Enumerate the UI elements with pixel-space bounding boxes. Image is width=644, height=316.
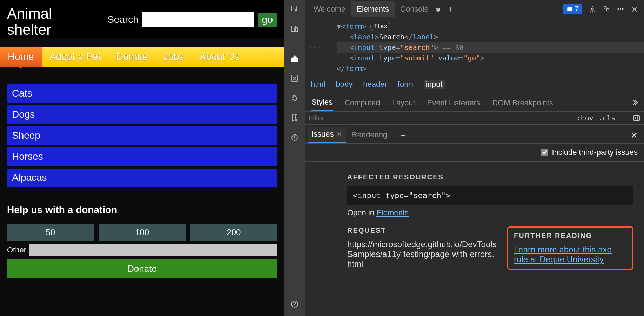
hover-toggle[interactable]: :hov [577,114,593,122]
device-icon[interactable] [290,24,300,34]
crumb-body[interactable]: body [336,80,353,89]
svg-point-13 [618,8,619,9]
affected-code: <input type="search"> [347,186,633,205]
new-style-icon[interactable] [620,114,628,122]
animal-horses[interactable]: Horses [7,147,277,166]
donation-heading: Help us with a donation [7,204,277,216]
feedback-icon[interactable] [603,5,610,13]
donate-button[interactable]: Donate [7,259,277,278]
nav-home[interactable]: Home [0,47,42,67]
donate-100-button[interactable]: 100 [99,224,185,241]
tab-welcome[interactable]: Welcome [308,1,351,17]
further-reading-link[interactable]: Learn more about this axe rule at Deque … [514,245,627,264]
subtab-event-listeners[interactable]: Event Listeners [427,96,481,111]
crumb-form[interactable]: form [398,80,413,89]
nav-adopt[interactable]: Adopt a Pet [42,47,108,67]
animal-cats[interactable]: Cats [7,84,277,103]
nav-about[interactable]: About Us [192,47,248,67]
animal-dogs[interactable]: Dogs [7,105,277,124]
devtools-toolbar [284,0,305,316]
request-url: https://microsoftedge.github.io/DevTools… [347,239,497,269]
donate-200-button[interactable]: 200 [190,224,277,241]
drawer-tab-issues[interactable]: Issues ✕ [308,127,346,143]
network-icon[interactable] [290,113,300,123]
gear-icon[interactable] [589,5,596,13]
drawer-tab-rendering[interactable]: Rendering [348,128,391,143]
subtab-layout[interactable]: Layout [391,96,416,111]
search-label: Search [107,14,139,25]
svg-rect-9 [567,7,572,11]
open-in-elements-link[interactable]: Elements [376,208,409,217]
more-subtabs-icon[interactable] [631,99,638,108]
home-icon[interactable] [290,54,300,64]
close-devtools-icon[interactable] [631,5,638,13]
styles-filter-input[interactable] [309,114,572,122]
svg-point-4 [293,96,296,101]
svg-rect-6 [295,114,297,121]
svg-point-15 [622,8,623,9]
other-label: Other [7,245,26,255]
further-reading-box: FURTHER READING Learn more about this ax… [507,226,633,270]
add-tab-icon[interactable] [447,5,455,13]
ellipsis-icon: ... [308,41,323,51]
breadcrumb: html body header form input [305,77,644,92]
selected-dom-node[interactable]: <input type="search"> == $0 [337,42,644,53]
subtab-computed[interactable]: Computed [344,96,381,111]
add-drawer-tab-icon[interactable] [399,132,407,139]
cls-toggle[interactable]: .cls [598,114,615,122]
crumb-html[interactable]: html [311,80,326,89]
search-input[interactable] [142,12,254,27]
dom-tree[interactable]: ... ▼<form> flex <label>Search</label> <… [305,18,644,77]
third-party-label: Include third-party issues [552,148,638,157]
further-reading-heading: FURTHER READING [514,232,627,240]
svg-rect-1 [291,26,296,32]
accessibility-icon[interactable] [290,73,300,83]
svg-rect-5 [292,114,294,121]
nav-donate[interactable]: Donate [108,47,155,67]
nav-jobs[interactable]: Jobs [155,47,192,67]
third-party-checkbox[interactable] [541,149,548,156]
svg-point-12 [606,8,609,11]
main-nav: Home Adopt a Pet Donate Jobs About Us [0,47,284,67]
more-icon[interactable] [617,5,624,13]
subtab-dom-breakpoints[interactable]: DOM Breakpoints [491,96,554,111]
inspect-icon[interactable] [290,4,300,14]
performance-icon[interactable] [290,132,300,142]
donate-50-button[interactable]: 50 [7,224,94,241]
open-in-label: Open in [347,208,376,217]
more-tabs-icon[interactable] [434,5,442,13]
issues-pill[interactable]: 7 [563,4,582,14]
svg-rect-2 [295,27,298,32]
issues-count: 7 [575,5,579,13]
request-heading: REQUEST [347,226,497,235]
svg-point-10 [591,8,593,10]
tab-console[interactable]: Console [395,1,434,17]
close-issues-icon[interactable]: ✕ [337,130,342,138]
crumb-input[interactable]: input [424,80,445,89]
crumb-header[interactable]: header [363,80,387,89]
other-amount-input[interactable] [29,244,277,256]
animal-alpacas[interactable]: Alpacas [7,169,277,187]
animal-sheep[interactable]: Sheep [7,126,277,145]
sidebar-toggle-icon[interactable] [633,114,640,122]
site-title: Animal shelter [7,6,97,38]
bug-icon[interactable] [290,93,300,103]
svg-point-11 [604,6,606,9]
help-icon[interactable] [290,299,300,309]
svg-point-14 [620,8,621,9]
tab-elements[interactable]: Elements [351,1,395,17]
subtab-styles[interactable]: Styles [311,96,333,111]
flex-badge[interactable]: flex [370,22,390,31]
affected-resources-heading: AFFECTED RESOURCES [347,173,633,181]
go-button[interactable]: go [258,13,277,27]
close-drawer-icon[interactable]: ✕ [631,131,641,140]
